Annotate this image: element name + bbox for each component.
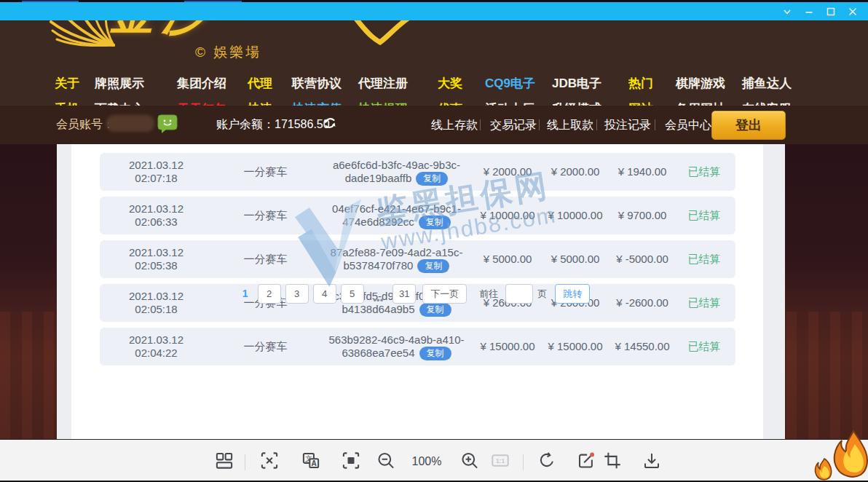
game-name: 一分赛车 (213, 153, 318, 191)
page-number-input[interactable] (505, 284, 533, 304)
bet-amount: ¥ 15000.00 (473, 328, 542, 366)
bet-amount: ¥ 5000.00 (473, 240, 542, 278)
balance-label: 账户余额： (216, 118, 275, 130)
order-id: a6e6fc6d-b3fc-49ac-9b3c-dade19baaffb复制 (318, 159, 475, 186)
image-viewer-toolbar: 文 A 100% 1:1 (0, 439, 868, 481)
zoom-out-icon[interactable] (376, 451, 396, 470)
background-fragment (22, 1, 79, 2)
nav-jackpot[interactable]: 大奖 (438, 75, 462, 92)
ocr-select-icon[interactable] (260, 451, 280, 470)
screenshot-viewer-window: 金沙 © 娛樂場 关于 牌照展示 集团介绍 代理 联营协议 代理注册 大奖 CQ… (0, 0, 868, 482)
bet-time: 2021.03.1202:06:33 (100, 202, 213, 229)
nav-agent[interactable]: 代理 (248, 75, 272, 92)
order-id: 563b9282-46c9-4a9b-a410-63868ea7ee54复制 (318, 333, 475, 360)
pagination: 1 2 3 4 5 ••• 31 下一页 前往 页 跳转 (71, 284, 763, 304)
member-bar: 会员账号： 账户余额：171586.50 线上存款 交易记录 线上取款 投注记录… (0, 106, 868, 144)
game-name: 一分赛车 (213, 240, 318, 278)
copy-button[interactable]: 复制 (417, 259, 449, 273)
actual-size-icon: 1:1 (491, 451, 510, 470)
valid-amount: ¥ 10000.00 (540, 197, 610, 234)
copy-button[interactable]: 复制 (419, 216, 451, 229)
account-name-redacted (106, 115, 154, 132)
game-name: 一分赛车 (213, 328, 318, 366)
game-name: 一分赛车 (213, 197, 318, 234)
account-label: 会员账号： (56, 117, 114, 133)
toolbar-divider (245, 454, 245, 470)
page-button-2[interactable]: 2 (258, 284, 281, 304)
nav-jdb[interactable]: JDB电子 (552, 75, 601, 92)
payout-amount: ¥ 14550.00 (607, 328, 677, 366)
bet-time: 2021.03.1202:05:38 (100, 246, 213, 272)
payout-amount: ¥ -5000.00 (607, 240, 677, 278)
fullscreen-icon[interactable] (342, 451, 361, 470)
layout-grid-icon[interactable] (215, 451, 234, 470)
bet-time: 2021.03.1202:07:18 (100, 159, 213, 185)
refresh-balance-icon[interactable] (323, 116, 337, 130)
link-member-center[interactable]: 会员中心 (665, 118, 711, 133)
table-row: 2021.03.1202:05:38 一分赛车 87a2fe88-7e09-4a… (100, 240, 735, 278)
page-button-last[interactable]: 31 (392, 284, 416, 304)
valid-amount: ¥ 5000.00 (540, 240, 610, 278)
link-bet-records[interactable]: 投注记录 (604, 118, 651, 133)
nav-about[interactable]: 关于 (55, 75, 79, 92)
download-icon[interactable] (642, 451, 662, 470)
status-badge: 已结算 (673, 328, 735, 366)
nav-agent-agreement[interactable]: 联营协议 (292, 75, 342, 92)
copy-button[interactable]: 复制 (416, 172, 448, 186)
divider (655, 119, 655, 130)
valid-amount: ¥ 15000.00 (540, 328, 610, 366)
page-unit-label: 页 (537, 284, 547, 304)
logout-button[interactable]: 登出 (711, 111, 786, 140)
page-current[interactable]: 1 (242, 284, 248, 304)
copy-button[interactable]: 复制 (419, 303, 451, 317)
nav-license[interactable]: 牌照展示 (95, 75, 144, 92)
page-button-3[interactable]: 3 (285, 284, 309, 304)
status-badge: 已结算 (673, 197, 735, 234)
page-button-5[interactable]: 5 (341, 284, 364, 304)
link-online-deposit[interactable]: 线上存款 (431, 118, 478, 133)
crop-icon[interactable] (603, 451, 623, 470)
link-online-withdraw[interactable]: 线上取款 (547, 118, 593, 133)
edit-icon[interactable] (577, 451, 596, 470)
zoom-in-icon[interactable] (460, 451, 480, 470)
jump-button[interactable]: 跳转 (555, 284, 590, 304)
logo-copyright: © 娛樂場 (195, 43, 261, 62)
balance-value: 171586.50 (275, 118, 330, 130)
page-button-4[interactable]: 4 (313, 284, 336, 304)
table-row: 2021.03.1202:06:33 一分赛车 04ef76cf-e421-4e… (100, 197, 735, 234)
window-controls (776, 2, 864, 20)
background-fragment (184, 1, 242, 2)
nav-agent-register[interactable]: 代理注册 (358, 75, 408, 92)
svg-text:1:1: 1:1 (496, 457, 505, 465)
chat-bubble-icon[interactable] (157, 114, 178, 134)
nav-hot[interactable]: 热门 (628, 75, 653, 92)
rotate-icon[interactable] (537, 451, 557, 470)
next-page-button[interactable]: 下一页 (422, 284, 467, 304)
divider (539, 119, 540, 130)
bet-time: 2021.03.1202:04:22 (100, 333, 213, 360)
nav-board-games[interactable]: 棋牌游戏 (676, 75, 725, 92)
order-id: 04ef76cf-e421-4e67-b9c1-474e6d8292cc复制 (318, 202, 475, 229)
copy-button[interactable]: 复制 (419, 347, 451, 360)
translate-icon[interactable]: 文 A (301, 451, 321, 470)
payout-amount: ¥ 9700.00 (607, 197, 677, 234)
link-transaction-log[interactable]: 交易记录 (490, 118, 537, 133)
table-row: 2021.03.1202:07:18 一分赛车 a6e6fc6d-b3fc-49… (100, 153, 735, 191)
balance-text: 账户余额：171586.50 (216, 117, 330, 133)
collapse-icon[interactable] (776, 2, 798, 20)
zoom-level[interactable]: 100% (412, 455, 442, 468)
status-badge: 已结算 (673, 153, 735, 191)
page-ellipsis[interactable]: ••• (374, 291, 384, 310)
payout-amount: ¥ 1940.00 (607, 153, 677, 191)
nav-fishing[interactable]: 捕鱼达人 (742, 75, 792, 92)
maximize-icon[interactable] (820, 2, 842, 20)
flame-cursor-icon (813, 430, 868, 482)
divider (480, 119, 481, 130)
valid-amount: ¥ 2000.00 (540, 153, 610, 191)
table-row: 2021.03.1202:04:22 一分赛车 563b9282-46c9-4a… (100, 328, 735, 366)
close-icon[interactable] (842, 2, 864, 20)
bet-amount: ¥ 2000.00 (473, 153, 542, 191)
nav-cq9[interactable]: CQ9电子 (485, 75, 535, 92)
nav-group-intro[interactable]: 集团介绍 (177, 75, 226, 92)
minimize-icon[interactable] (798, 2, 820, 20)
